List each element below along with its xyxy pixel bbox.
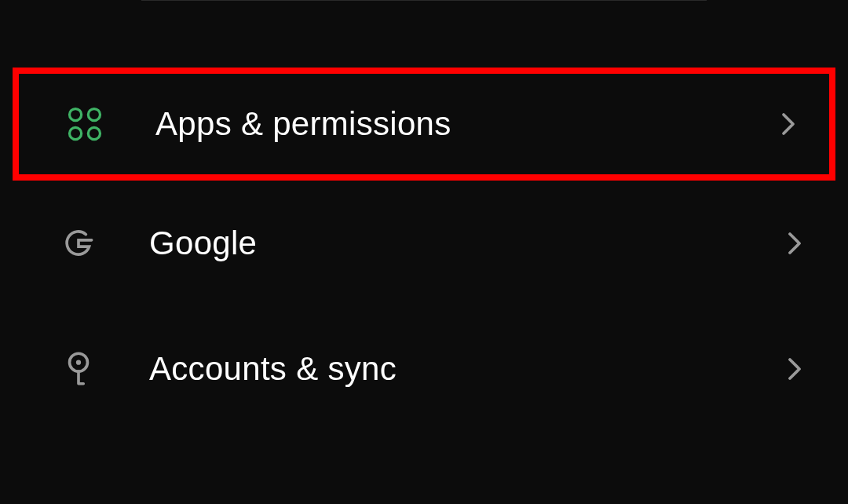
settings-item-label: Accounts & sync [149, 350, 780, 388]
settings-item-label: Apps & permissions [155, 105, 774, 143]
key-icon [55, 345, 102, 393]
settings-item-label: Google [149, 225, 780, 262]
svg-rect-0 [70, 109, 82, 121]
settings-item-google[interactable]: Google [0, 181, 848, 306]
settings-list: Apps & permissions Google [0, 68, 848, 432]
chevron-right-icon [780, 355, 809, 383]
svg-rect-3 [88, 127, 100, 139]
chevron-right-icon [774, 110, 802, 138]
svg-rect-2 [70, 127, 82, 139]
svg-rect-1 [88, 109, 100, 121]
settings-item-apps-permissions[interactable]: Apps & permissions [13, 68, 835, 181]
google-icon [55, 220, 102, 267]
chevron-right-icon [780, 229, 809, 257]
svg-point-5 [76, 360, 81, 365]
apps-grid-icon [61, 100, 108, 148]
settings-item-accounts-sync[interactable]: Accounts & sync [0, 306, 848, 432]
